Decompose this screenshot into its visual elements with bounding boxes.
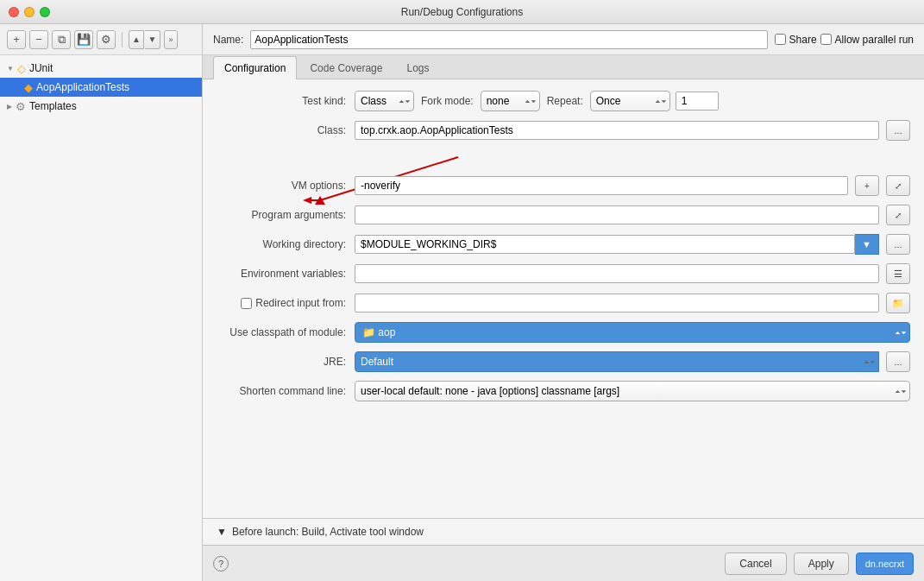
before-launch-title: Before launch: Build, Activate tool wind… [232,526,424,538]
cancel-button[interactable]: Cancel [725,553,786,575]
fork-mode-label: Fork mode: [421,95,474,107]
config-icon: ◆ [24,81,33,94]
toolbar-arrows: ▲ ▼ [129,30,160,49]
working-dir-dropdown-button[interactable]: ▼ [855,234,879,255]
shorten-control: user-local default: none - java [options… [355,381,910,401]
tab-code-coverage[interactable]: Code Coverage [299,56,393,79]
junit-icon: ◇ [17,62,26,75]
junit-group[interactable]: ▼ ◇ JUnit [0,59,202,78]
aop-config-item[interactable]: ◆ AopApplicationTests [0,78,202,97]
working-dir-input-wrap: ▼ [355,234,879,255]
class-control: ... [355,120,910,141]
class-label: Class: [217,124,355,136]
before-launch-expand-icon: ▼ [217,526,227,538]
move-up-button[interactable]: ▲ [129,30,144,49]
jre-control: Default Project SDK ... [355,351,910,372]
vm-options-control: + ⤢ [355,175,910,196]
templates-label: Templates [29,100,77,112]
redirect-label: Redirect input from: [217,297,355,309]
working-dir-row: Working directory: ▼ ... [217,233,910,256]
templates-expand-icon: ▶ [7,103,12,111]
repeat-group: Once N Times Until Failure [590,91,719,111]
class-browse-button[interactable]: ... [886,120,910,141]
class-input[interactable] [355,121,879,140]
maximize-button[interactable] [40,7,50,17]
config-label: AopApplicationTests [36,81,129,93]
add-button[interactable]: + [7,30,26,49]
templates-item[interactable]: ▶ ⚙ Templates [0,97,202,116]
tab-configuration[interactable]: Configuration [213,56,297,79]
share-checkbox-wrap: Share [775,34,817,46]
env-vars-control: ☰ [355,263,910,284]
env-vars-row: Environment variables: ☰ [217,262,910,285]
ok-button[interactable]: dn.necrxt [856,553,914,575]
redirect-browse-button[interactable]: 📁 [886,293,910,313]
working-dir-control: ▼ ... [355,234,910,255]
share-area: Share Allow parallel run [775,34,914,46]
classpath-label: Use classpath of module: [217,326,355,338]
parallel-checkbox-wrap: Allow parallel run [820,34,914,46]
classpath-row: Use classpath of module: 📁 aop aop-main [217,321,910,344]
tabs: Configuration Code Coverage Logs [203,55,924,79]
settings-button[interactable]: ⚙ [97,30,116,49]
copy-button[interactable]: ⧉ [52,30,71,49]
redirect-input[interactable] [355,294,879,313]
right-panel: Name: Share Allow parallel run Configura… [203,24,924,581]
title-bar: Run/Debug Configurations [0,0,924,24]
sidebar-toolbar: + − ⧉ 💾 ⚙ ▲ ▼ » [0,24,202,55]
working-dir-input[interactable] [355,235,855,254]
test-kind-select[interactable]: Class Method Pattern [355,91,414,111]
working-dir-label: Working directory: [217,238,355,250]
redirect-checkbox[interactable] [241,298,252,309]
remove-button[interactable]: − [29,30,48,49]
expand-icon: ▼ [7,65,14,73]
before-launch-header[interactable]: ▼ Before launch: Build, Activate tool wi… [217,526,910,538]
share-checkbox[interactable] [775,34,786,45]
parallel-checkbox[interactable] [820,34,832,45]
more-button[interactable]: » [164,30,178,49]
minimize-button[interactable] [24,7,35,17]
repeat-select-wrapper: Once N Times Until Failure [590,91,670,111]
classpath-control: 📁 aop aop-main [355,322,910,343]
apply-button[interactable]: Apply [794,553,849,575]
name-field-label: Name: [213,34,243,46]
window-title: Run/Debug Configurations [401,6,523,18]
repeat-count-input[interactable] [676,92,719,111]
save-button[interactable]: 💾 [74,30,93,49]
repeat-label: Repeat: [547,95,583,107]
vm-fullscreen-button[interactable]: ⤢ [886,175,910,196]
sidebar: + − ⧉ 💾 ⚙ ▲ ▼ » ▼ ◇ [0,24,203,581]
vm-expand-button[interactable]: + [855,175,879,196]
help-button[interactable]: ? [213,556,229,572]
working-dir-browse-button[interactable]: ... [886,234,910,255]
classpath-select[interactable]: 📁 aop aop-main [355,322,910,343]
shorten-label: Shorten command line: [217,385,355,397]
move-down-button[interactable]: ▼ [145,30,160,49]
share-label: Share [789,34,817,46]
junit-label: JUnit [29,62,53,74]
jre-label: JRE: [217,356,355,368]
class-row: Class: ... [217,119,910,142]
name-input[interactable] [250,30,767,49]
tab-logs[interactable]: Logs [395,56,440,79]
jre-select[interactable]: Default Project SDK [355,351,879,372]
env-vars-input[interactable] [355,264,879,283]
shorten-select[interactable]: user-local default: none - java [options… [355,381,910,401]
test-kind-label: Test kind: [217,95,355,107]
jre-row: JRE: Default Project SDK ... [217,350,910,373]
name-bar: Name: Share Allow parallel run [203,24,924,55]
close-button[interactable] [9,7,19,17]
classpath-select-wrap: 📁 aop aop-main [355,322,910,343]
jre-browse-button[interactable]: ... [886,351,910,372]
parallel-label: Allow parallel run [835,34,914,46]
fork-mode-select[interactable]: none method class [481,91,540,111]
config-tree: ▼ ◇ JUnit ◆ AopApplicationTests ▶ ⚙ Temp… [0,55,202,581]
footer: ? Cancel Apply dn.necrxt [203,545,924,581]
env-vars-edit-button[interactable]: ☰ [886,263,910,284]
redirect-control: 📁 [355,293,910,313]
vm-options-input[interactable] [355,176,848,195]
test-kind-select-wrapper: Class Method Pattern [355,91,414,111]
repeat-select[interactable]: Once N Times Until Failure [590,91,670,111]
redirect-row: Redirect input from: 📁 [217,292,910,314]
config-panel: Test kind: Class Method Pattern Fork mod… [203,79,924,518]
